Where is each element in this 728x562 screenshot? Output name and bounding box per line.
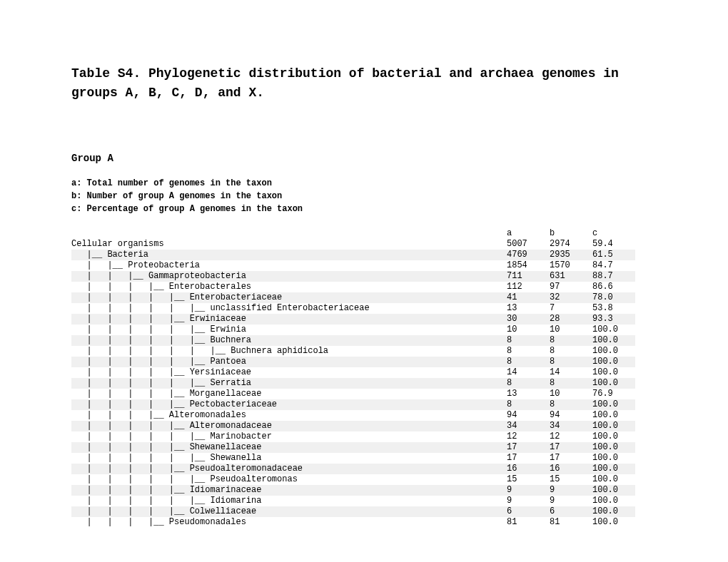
- value-a: 6: [507, 506, 550, 517]
- value-c: 59.4: [592, 239, 635, 250]
- header-c: c: [592, 228, 635, 239]
- value-b: 631: [550, 271, 592, 282]
- value-c: 100.0: [592, 464, 635, 474]
- value-b: 94: [550, 410, 592, 421]
- header-b: b: [550, 228, 592, 239]
- value-c: 100.0: [592, 421, 635, 431]
- value-b: 81: [550, 517, 592, 528]
- value-c: 86.6: [592, 282, 635, 292]
- value-b: 16: [550, 464, 592, 474]
- legend-line-a: a: Total number of genomes in the taxon: [71, 177, 657, 190]
- value-a: 711: [507, 271, 550, 282]
- value-c: 88.7: [592, 271, 635, 282]
- value-c: 100.0: [592, 474, 635, 485]
- table-row: | |__ Proteobacteria1854157084.7: [71, 260, 657, 271]
- value-c: 100.0: [592, 431, 635, 442]
- legend: a: Total number of genomes in the taxon …: [71, 177, 657, 215]
- taxon-label: | | | | | |__ Marinobacter: [71, 431, 507, 442]
- value-c: 100.0: [592, 517, 635, 528]
- table-row: | | | | |__ Idiomarinaceae99100.0: [71, 485, 657, 496]
- table-row: | | | | |__ Enterobacteriaceae413278.0: [71, 292, 657, 303]
- table-row: | | | | | |__ Pantoea88100.0: [71, 357, 657, 367]
- value-c: 100.0: [592, 453, 635, 464]
- taxon-label: | | | | | |__ Pseudoalteromonas: [71, 474, 507, 485]
- value-a: 8: [507, 399, 550, 410]
- value-b: 8: [550, 346, 592, 357]
- value-a: 4769: [507, 250, 550, 260]
- table-row: | | | | |__ Pectobacteriaceae88100.0: [71, 399, 657, 410]
- value-b: 17: [550, 442, 592, 453]
- taxon-label: | | | | | |__ Pantoea: [71, 357, 507, 367]
- table-row: Cellular organisms5007297459.4: [71, 239, 657, 250]
- value-a: 15: [507, 474, 550, 485]
- value-c: 100.0: [592, 357, 635, 367]
- table-row: |__ Bacteria4769293561.5: [71, 250, 657, 260]
- table-row: | | | | |__ Erwiniaceae302893.3: [71, 314, 657, 325]
- value-b: 17: [550, 453, 592, 464]
- taxon-label: | | | |__ Pseudomonadales: [71, 517, 507, 528]
- taxon-label: | | | | |__ Alteromonadaceae: [71, 421, 507, 431]
- taxon-label: | | | | |__ Pseudoalteromonadaceae: [71, 464, 507, 474]
- taxon-label: | | | | |__ Yersiniaceae: [71, 367, 507, 378]
- header-blank: [71, 228, 507, 239]
- header-a: a: [507, 228, 550, 239]
- value-b: 14: [550, 367, 592, 378]
- value-c: 100.0: [592, 410, 635, 421]
- value-c: 78.0: [592, 292, 635, 303]
- value-c: 100.0: [592, 325, 635, 335]
- table-row: | | | | | |__ unclassified Enterobacteri…: [71, 303, 657, 314]
- taxon-label: | | | | |__ Pectobacteriaceae: [71, 399, 507, 410]
- value-a: 17: [507, 453, 550, 464]
- value-b: 9: [550, 496, 592, 506]
- value-c: 76.9: [592, 389, 635, 399]
- legend-line-c: c: Percentage of group A genomes in the …: [71, 203, 657, 215]
- table-row: | | | | | |__ Buchnera88100.0: [71, 335, 657, 346]
- value-b: 12: [550, 431, 592, 442]
- value-a: 8: [507, 346, 550, 357]
- value-a: 9: [507, 485, 550, 496]
- table-row: | | | | |__ Colwelliaceae66100.0: [71, 506, 657, 517]
- value-c: 100.0: [592, 442, 635, 453]
- value-b: 1570: [550, 260, 592, 271]
- taxon-label: | | | |__ Enterobacterales: [71, 282, 507, 292]
- value-c: 84.7: [592, 260, 635, 271]
- value-b: 34: [550, 421, 592, 431]
- taxon-label: | | | | |__ Colwelliaceae: [71, 506, 507, 517]
- value-c: 100.0: [592, 378, 635, 389]
- value-a: 8: [507, 335, 550, 346]
- value-b: 8: [550, 357, 592, 367]
- table-row: | | | | | |__ Marinobacter1212100.0: [71, 431, 657, 442]
- value-c: 93.3: [592, 314, 635, 325]
- taxon-label: | | | |__ Alteromonadales: [71, 410, 507, 421]
- value-b: 2974: [550, 239, 592, 250]
- table-row: | | | |__ Enterobacterales1129786.6: [71, 282, 657, 292]
- taxon-label: | | | | | |__ Serratia: [71, 378, 507, 389]
- page: Table S4. Phylogenetic distribution of b…: [0, 0, 728, 556]
- value-a: 14: [507, 367, 550, 378]
- value-b: 7: [550, 303, 592, 314]
- group-heading: Group A: [71, 153, 657, 164]
- taxon-label: | | | | |__ Enterobacteriaceae: [71, 292, 507, 303]
- value-a: 12: [507, 431, 550, 442]
- value-a: 13: [507, 389, 550, 399]
- value-b: 9: [550, 485, 592, 496]
- taxon-label: | | |__ Gammaproteobacteria: [71, 271, 507, 282]
- value-b: 6: [550, 506, 592, 517]
- value-a: 34: [507, 421, 550, 431]
- value-b: 32: [550, 292, 592, 303]
- value-a: 112: [507, 282, 550, 292]
- legend-line-b: b: Number of group A genomes in the taxo…: [71, 190, 657, 203]
- table-row: | | | |__ Alteromonadales9494100.0: [71, 410, 657, 421]
- taxon-label: Cellular organisms: [71, 239, 507, 250]
- taxon-label: | | | | |__ Morganellaceae: [71, 389, 507, 399]
- data-table: a b c Cellular organisms5007297459.4 |__…: [71, 228, 657, 528]
- value-c: 100.0: [592, 346, 635, 357]
- table-row: | | |__ Gammaproteobacteria71163188.7: [71, 271, 657, 282]
- value-a: 8: [507, 378, 550, 389]
- table-row: | | | | |__ Pseudoalteromonadaceae161610…: [71, 464, 657, 474]
- table-row: | | | | |__ Yersiniaceae1414100.0: [71, 367, 657, 378]
- value-c: 100.0: [592, 335, 635, 346]
- taxon-label: | | | | | | |__ Buchnera aphidicola: [71, 346, 507, 357]
- value-c: 100.0: [592, 506, 635, 517]
- taxon-label: | | | | | |__ Shewanella: [71, 453, 507, 464]
